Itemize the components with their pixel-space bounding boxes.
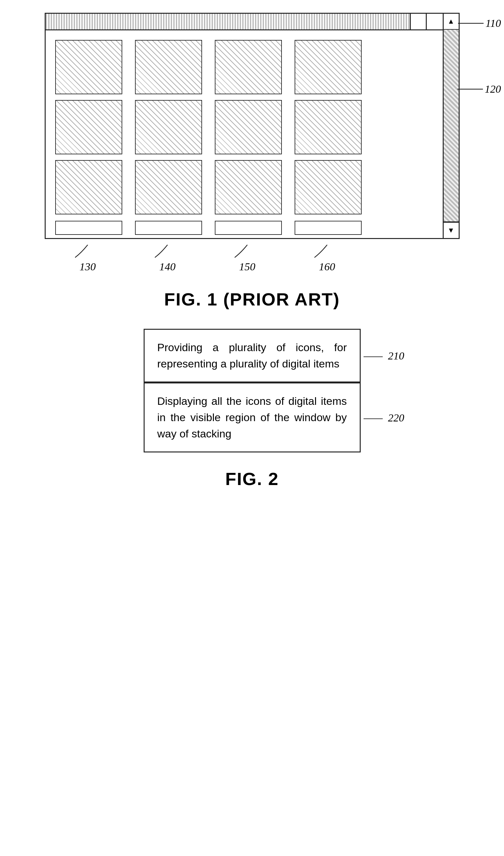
title-bar-btn1 [411, 14, 427, 29]
icon-cell [135, 100, 202, 154]
scroll-up-button[interactable]: ▲ [444, 14, 459, 30]
ann-2: 140 [134, 245, 201, 273]
icon-label-box-3 [215, 221, 282, 235]
window-frame: ▲ ▼ [45, 13, 460, 239]
icon-grid-area [46, 30, 443, 221]
flow-box-1: Providing a plurality of icons, for repr… [144, 329, 361, 382]
ref-110: 110 [458, 17, 501, 29]
fig1-diagram: ▲ ▼ 110 120 130 140 150 [45, 13, 460, 273]
flow-box-2-text: Displaying all the icons of digital item… [157, 395, 347, 440]
ann-4: 160 [294, 245, 361, 273]
scroll-thumb[interactable] [444, 30, 459, 222]
ann-3: 150 [214, 245, 281, 273]
icon-cell [294, 100, 362, 154]
icon-row-2 [55, 100, 433, 154]
ref-210: 210 [363, 348, 404, 364]
ref-150-label: 150 [239, 261, 255, 273]
icon-cell [294, 160, 362, 215]
icon-row-3 [55, 160, 433, 215]
ref-130-label: 130 [79, 261, 96, 273]
icon-row-1 [55, 40, 433, 94]
title-bar-btn2 [427, 14, 443, 29]
flowchart: Providing a plurality of icons, for repr… [45, 329, 460, 452]
icon-cell [55, 160, 122, 215]
icon-label-box-4 [294, 221, 362, 235]
ref-140-label: 140 [159, 261, 176, 273]
icon-label-box-1 [55, 221, 122, 235]
fig1-caption: FIG. 1 (PRIOR ART) [164, 289, 340, 310]
window-main [46, 14, 443, 238]
icon-label-box-2 [135, 221, 202, 235]
scrollbar[interactable]: ▲ ▼ [443, 14, 459, 238]
icon-cell [215, 160, 282, 215]
icon-cell [294, 40, 362, 94]
icon-cell [215, 100, 282, 154]
flow-step-2: Displaying all the icons of digital item… [144, 382, 361, 452]
fig2-diagram: Providing a plurality of icons, for repr… [45, 329, 460, 489]
icon-cell [55, 100, 122, 154]
title-bar [46, 14, 443, 30]
label-row [46, 221, 443, 238]
icon-cell [135, 160, 202, 215]
fig2-caption: FIG. 2 [226, 468, 279, 489]
icon-cell [55, 40, 122, 94]
title-bar-fill [46, 14, 411, 29]
ref-160-label: 160 [319, 261, 335, 273]
flow-step-1: Providing a plurality of icons, for repr… [144, 329, 361, 382]
icon-cell [135, 40, 202, 94]
icon-cell [215, 40, 282, 94]
annotation-area: 130 140 150 160 [45, 239, 460, 273]
ref-220: 220 [363, 409, 404, 426]
flow-box-2: Displaying all the icons of digital item… [144, 382, 361, 452]
flow-box-1-text: Providing a plurality of icons, for repr… [157, 341, 347, 370]
scroll-down-button[interactable]: ▼ [444, 222, 459, 238]
ref-120: 120 [457, 83, 501, 95]
ann-1: 130 [54, 245, 121, 273]
